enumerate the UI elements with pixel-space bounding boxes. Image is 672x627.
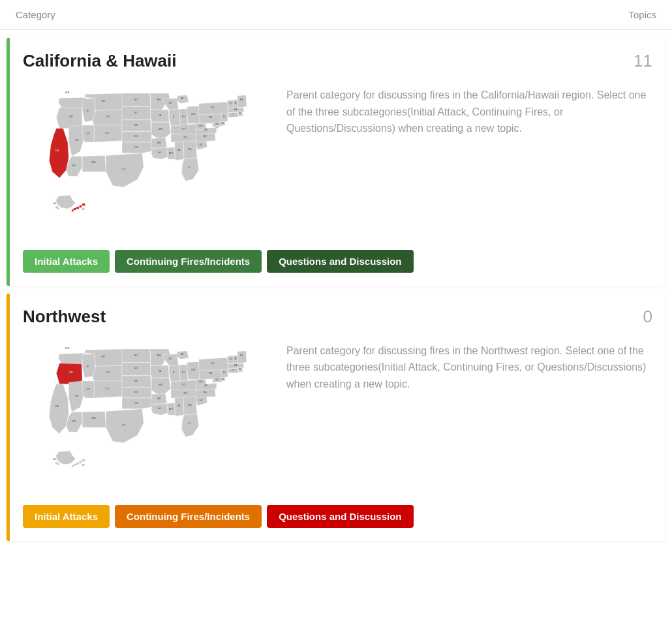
svg-text:WY: WY xyxy=(106,371,110,374)
svg-text:WA: WA xyxy=(65,91,70,94)
svg-text:MA: MA xyxy=(234,364,238,367)
svg-text:WY: WY xyxy=(106,115,110,118)
svg-text:NH: NH xyxy=(234,102,237,104)
svg-text:IL: IL xyxy=(173,371,176,374)
svg-text:CA: CA xyxy=(55,149,59,152)
svg-text:OR: OR xyxy=(69,371,72,374)
svg-text:GA: GA xyxy=(187,147,191,151)
svg-text:MI: MI xyxy=(181,97,184,100)
svg-text:NM: NM xyxy=(91,161,96,164)
svg-text:NM: NM xyxy=(91,416,96,420)
svg-text:KY: KY xyxy=(182,127,186,130)
svg-text:LA: LA xyxy=(157,406,160,409)
svg-text:DE: DE xyxy=(221,122,224,125)
svg-text:OK: OK xyxy=(134,401,138,404)
svg-text:VT: VT xyxy=(230,102,232,105)
svg-text:FL: FL xyxy=(188,421,192,425)
svg-text:IN: IN xyxy=(182,115,185,118)
topic-count-northwest: 0 xyxy=(643,307,652,327)
svg-text:RI: RI xyxy=(239,112,241,115)
svg-text:SC: SC xyxy=(199,398,203,401)
svg-text:NE: NE xyxy=(134,379,138,382)
svg-text:NH: NH xyxy=(234,358,237,360)
svg-text:MI: MI xyxy=(181,352,184,356)
continuing-fires-button-northwest[interactable]: Continuing Fires/Incidents xyxy=(115,505,262,528)
svg-text:GA: GA xyxy=(187,403,191,406)
initial-attacks-button-northwest[interactable]: Initial Attacks xyxy=(23,505,110,528)
svg-text:AZ: AZ xyxy=(72,420,76,423)
topic-count-california: 11 xyxy=(634,51,652,71)
questions-discussion-button-california[interactable]: Questions and Discussion xyxy=(267,250,413,273)
svg-text:IA: IA xyxy=(159,369,161,372)
svg-text:MT: MT xyxy=(101,99,106,102)
svg-text:ND: ND xyxy=(134,353,138,356)
svg-text:MN: MN xyxy=(157,98,162,101)
svg-text:VA: VA xyxy=(204,384,208,387)
svg-text:ME: ME xyxy=(240,354,244,356)
svg-text:WI: WI xyxy=(168,356,172,359)
svg-text:NY: NY xyxy=(211,361,215,364)
svg-text:CO: CO xyxy=(105,131,110,134)
svg-text:MN: MN xyxy=(157,353,162,356)
svg-text:MS: MS xyxy=(169,151,174,155)
svg-text:IA: IA xyxy=(159,114,161,117)
subcategory-buttons-california: Initial Attacks Continuing Fires/Inciden… xyxy=(23,250,652,273)
svg-text:UT: UT xyxy=(86,132,90,135)
svg-text:MS: MS xyxy=(169,406,174,410)
svg-text:MT: MT xyxy=(101,355,106,358)
svg-text:FL: FL xyxy=(188,166,192,169)
svg-text:AR: AR xyxy=(157,397,161,400)
svg-text:KS: KS xyxy=(134,390,138,393)
category-title-northwest: Northwest xyxy=(23,307,106,327)
svg-text:ME: ME xyxy=(240,99,244,101)
svg-text:KS: KS xyxy=(134,134,138,138)
svg-text:WA: WA xyxy=(65,346,70,349)
svg-text:NY: NY xyxy=(211,106,215,109)
subcategory-buttons-northwest: Initial Attacks Continuing Fires/Inciden… xyxy=(23,505,652,528)
svg-text:PA: PA xyxy=(209,371,213,374)
svg-text:AL: AL xyxy=(177,404,181,407)
category-description-california: Parent category for discussing fires in … xyxy=(286,80,652,137)
svg-text:WV: WV xyxy=(199,380,204,383)
svg-text:AK: AK xyxy=(53,202,57,205)
svg-text:MD: MD xyxy=(216,123,219,125)
questions-discussion-button-northwest[interactable]: Questions and Discussion xyxy=(267,505,413,528)
continuing-fires-button-california[interactable]: Continuing Fires/Incidents xyxy=(115,250,262,273)
svg-text:SD: SD xyxy=(134,111,138,114)
svg-text:NV: NV xyxy=(75,393,79,397)
svg-text:UT: UT xyxy=(86,388,90,391)
svg-text:TX: TX xyxy=(122,168,126,171)
initial-attacks-button-california[interactable]: Initial Attacks xyxy=(23,250,110,273)
topics-header-label: Topics xyxy=(628,9,656,20)
svg-text:NC: NC xyxy=(203,390,207,393)
svg-text:TX: TX xyxy=(122,423,126,426)
svg-text:RI: RI xyxy=(239,368,241,371)
svg-text:OK: OK xyxy=(134,145,138,149)
svg-text:SC: SC xyxy=(199,143,203,146)
svg-text:CO: CO xyxy=(105,386,110,390)
svg-text:VA: VA xyxy=(204,128,208,131)
svg-text:HI: HI xyxy=(82,208,85,211)
svg-text:NV: NV xyxy=(75,138,79,142)
svg-text:AZ: AZ xyxy=(72,164,76,167)
svg-text:OR: OR xyxy=(69,115,72,118)
svg-text:AR: AR xyxy=(157,141,161,144)
svg-text:CA: CA xyxy=(55,405,59,408)
svg-text:NJ: NJ xyxy=(223,371,226,374)
svg-text:HI: HI xyxy=(82,463,85,466)
svg-text:WV: WV xyxy=(199,124,204,127)
svg-text:AK: AK xyxy=(53,458,57,461)
svg-text:IN: IN xyxy=(182,371,185,374)
category-description-northwest: Parent category for discussing fires in … xyxy=(286,336,652,393)
svg-text:SD: SD xyxy=(134,367,138,370)
svg-text:AL: AL xyxy=(177,148,181,151)
map-california: WA OR CA NV ID MT WY UT CO AZ NM ND SD N… xyxy=(23,80,271,238)
svg-text:WI: WI xyxy=(168,101,172,104)
category-header-label: Category xyxy=(16,9,55,20)
svg-text:ID: ID xyxy=(87,109,89,112)
svg-text:DE: DE xyxy=(221,377,224,380)
svg-text:TN: TN xyxy=(183,391,187,394)
svg-text:IL: IL xyxy=(173,115,176,118)
svg-text:TN: TN xyxy=(183,136,187,139)
map-northwest: WA OR CA NV ID MT WY UT CO AZ NM ND SD N… xyxy=(23,336,271,494)
